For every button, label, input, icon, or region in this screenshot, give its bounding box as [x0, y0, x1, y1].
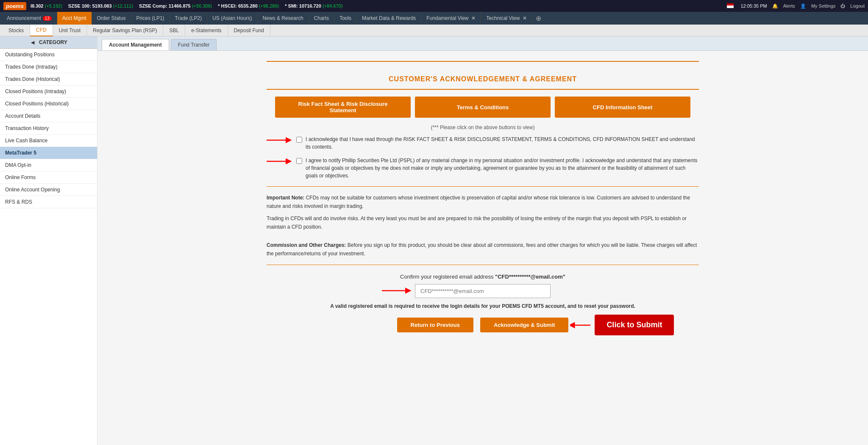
sidebar-item-closed-historical[interactable]: Closed Positions (Historical)	[0, 98, 97, 110]
email-valid-note-text: A valid registered email is required to …	[267, 303, 699, 309]
important-note-text: Important Note: CFDs may not be suitable…	[267, 193, 699, 211]
sidebar: ◄ CATEGORY Outstanding Positions Trades …	[0, 36, 97, 445]
nav-tab-acct-mgmt[interactable]: Acct Mgmt	[57, 12, 92, 25]
checkbox-agree-notify[interactable]	[296, 158, 302, 164]
nav-tab-fundamental[interactable]: Fundamental View ✕	[421, 12, 481, 25]
sidebar-item-online-account-opening[interactable]: Online Account Opening	[0, 184, 97, 196]
subtab-cfd[interactable]: CFD	[30, 25, 53, 36]
nav-tab-announcement[interactable]: Announcement 13	[2, 12, 57, 25]
cfd-info-sheet-button[interactable]: CFD Information Sheet	[555, 97, 690, 118]
sidebar-item-account-details[interactable]: Account Details	[0, 110, 97, 122]
sidebar-item-trades-historical[interactable]: Trades Done (Historical)	[0, 73, 97, 86]
return-to-previous-button[interactable]: Return to Previous	[397, 318, 473, 332]
bottom-divider	[267, 265, 699, 265]
sidebar-item-trades-intraday[interactable]: Trades Done (Intraday)	[0, 61, 97, 73]
commission-note-text: Commission and Other Charges: Before you…	[267, 241, 699, 258]
settings-label[interactable]: My Settings	[811, 3, 835, 8]
email-confirm-label: Confirm your registered email address "C…	[267, 274, 699, 280]
click-note: (*** Please click on the above buttons t…	[267, 124, 699, 130]
nav-tab-prices[interactable]: Prices (LP1)	[131, 12, 170, 25]
click-to-submit-indicator: Click to Submit	[570, 315, 674, 335]
subtab-stocks[interactable]: Stocks	[3, 25, 30, 36]
action-buttons-row: Return to Previous Acknowledge & Submit …	[267, 318, 699, 332]
settings-icon[interactable]: 👤	[800, 3, 806, 9]
ticker-szse-comp: SZSE Comp: 11466.875 (+50.306)	[139, 3, 212, 8]
sidebar-header: ◄ CATEGORY	[0, 36, 97, 49]
checkbox-row-1: I acknowledge that I have read through t…	[267, 135, 699, 151]
sidebar-item-outstanding-positions[interactable]: Outstanding Positions	[0, 49, 97, 61]
ticker-smi: * SMI: 10716.720 (+84.670)	[285, 3, 342, 8]
sidebar-collapse-arrow[interactable]: ◄	[30, 39, 36, 46]
email-input-field[interactable]	[415, 284, 551, 298]
nav-tab-trade[interactable]: Trade (LP2)	[170, 12, 208, 25]
nav-tab-market-data[interactable]: Market Data & Rewards	[357, 12, 421, 25]
sidebar-item-rfs-rds[interactable]: RFS & RDS	[0, 196, 97, 208]
submit-btn-wrapper: Acknowledge & Submit Click to Submit	[480, 318, 568, 332]
main-nav: Announcement 13 Acct Mgmt Order Status P…	[0, 12, 868, 25]
sidebar-item-dma-optin[interactable]: DMA Opt-in	[0, 159, 97, 171]
sidebar-category-label: CATEGORY	[39, 39, 67, 45]
nav-tab-us-hours[interactable]: US (Asian Hours)	[207, 12, 257, 25]
sidebar-item-closed-intraday[interactable]: Closed Positions (Intraday)	[0, 86, 97, 98]
email-section: Confirm your registered email address "C…	[267, 274, 699, 309]
account-tab-fund-transfer[interactable]: Fund Transfer	[171, 39, 217, 50]
subtab-unit-trust[interactable]: Unit Trust	[53, 25, 87, 36]
arrow-indicator-2	[267, 157, 292, 166]
top-bar: poems I8.302 (+5.192) SZSE 100: 5193.083…	[0, 0, 868, 12]
sub-nav: Stocks CFD Unit Trust Regular Savings Pl…	[0, 25, 868, 36]
checkbox-row-2: I agree to notify Phillip Securities Pte…	[267, 157, 699, 180]
flag-icon	[727, 3, 735, 9]
ticker-szse100: SZSE 100: 5193.083 (+12.111)	[68, 3, 133, 8]
alerts-label[interactable]: Alerts	[783, 3, 795, 8]
logout-label[interactable]: Logout	[850, 3, 865, 8]
sidebar-item-transaction-history[interactable]: Transaction History	[0, 122, 97, 135]
email-input-row	[267, 284, 699, 298]
terms-conditions-button[interactable]: Terms & Conditions	[415, 97, 551, 118]
doc-buttons-row: Risk Fact Sheet & Risk Disclosure Statem…	[267, 97, 699, 118]
title-divider	[267, 89, 699, 90]
checkbox-acknowledge[interactable]	[296, 137, 302, 143]
arrow-indicator-email	[382, 285, 412, 297]
risk-fact-sheet-button[interactable]: Risk Fact Sheet & Risk Disclosure Statem…	[275, 97, 411, 118]
logo-icon: poems	[3, 2, 26, 10]
main-layout: ◄ CATEGORY Outstanding Positions Trades …	[0, 36, 868, 445]
form-area: CUSTOMER'S ACKNOWLEDGEMENT & AGREEMENT R…	[250, 51, 716, 341]
checkbox-acknowledge-label: I acknowledge that I have read through t…	[306, 135, 699, 151]
nav-tab-technical[interactable]: Technical View ✕	[481, 12, 532, 25]
subtab-rsp[interactable]: Regular Savings Plan (RSP)	[87, 25, 163, 36]
nav-tab-order-status[interactable]: Order Status	[92, 12, 131, 25]
main-content: Account Management Fund Transfer CUSTOME…	[97, 36, 868, 445]
sidebar-item-online-forms[interactable]: Online Forms	[0, 171, 97, 184]
email-display-value: "CFD**********@email.com"	[495, 274, 565, 280]
checkbox-agree-notify-label: I agree to notify Phillip Securities Pte…	[306, 157, 699, 180]
form-title: CUSTOMER'S ACKNOWLEDGEMENT & AGREEMENT	[267, 69, 699, 87]
top-divider	[267, 61, 699, 62]
alerts-icon[interactable]: 🔔	[772, 3, 778, 9]
top-right-bar: 12:05:35 PM 🔔 Alerts 👤 My Settings ⏻ Log…	[727, 3, 865, 9]
logout-icon[interactable]: ⏻	[840, 3, 845, 8]
subtab-sbl[interactable]: SBL	[163, 25, 185, 36]
nav-tab-tools[interactable]: Tools	[334, 12, 357, 25]
announcement-badge: 13	[43, 16, 52, 21]
nav-add-tab[interactable]: ⊕	[532, 14, 545, 22]
trading-note-text: Trading in CFDs will and do involve risk…	[267, 214, 699, 232]
nav-tab-charts[interactable]: Charts	[309, 12, 334, 25]
mid-divider	[267, 186, 699, 187]
sidebar-item-live-cash[interactable]: Live Cash Balance	[0, 135, 97, 147]
email-input-container	[415, 284, 551, 298]
subtab-deposit[interactable]: Deposit Fund	[228, 25, 270, 36]
ticker-hscei: * HSCEI: 6535.280 (+96.280)	[218, 3, 279, 8]
subtab-estatements[interactable]: e-Statements	[185, 25, 228, 36]
account-tab-management[interactable]: Account Management	[102, 39, 169, 50]
sidebar-item-metatrader5[interactable]: MetaTrader 5	[0, 147, 97, 159]
arrow-indicator-1	[267, 135, 292, 145]
ticker-i8: I8.302 (+5.192)	[31, 3, 62, 8]
acknowledge-submit-button[interactable]: Acknowledge & Submit	[480, 318, 568, 332]
nav-tab-news[interactable]: News & Research	[258, 12, 309, 25]
click-to-submit-label: Click to Submit	[595, 315, 674, 335]
account-tabs-bar: Account Management Fund Transfer	[97, 36, 868, 51]
clock-display: 12:05:35 PM	[740, 3, 767, 8]
